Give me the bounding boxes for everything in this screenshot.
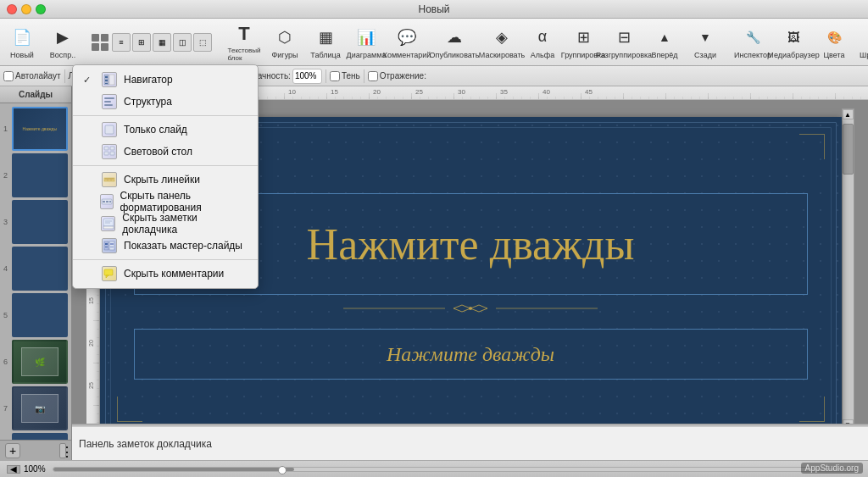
scroll-down-btn[interactable]: ▼ (843, 419, 854, 424)
slides-list[interactable]: 1 Нажмите дважды 2 3 4 (0, 103, 71, 440)
toolbar-new[interactable]: 📄 Новый (3, 21, 41, 64)
toolbar-mask[interactable]: ◈ Маскировать (483, 21, 520, 64)
zoom-slider-thumb[interactable] (278, 466, 287, 474)
toolbar-shapes[interactable]: ⬡ Фигуры (266, 21, 303, 64)
vertical-scrollbar[interactable]: ▲ ▼ (842, 108, 854, 424)
menu-label-hide-comments: Скрыть комментарии (124, 268, 224, 280)
toolbar-diagram[interactable]: 📊 Диаграмма (348, 21, 385, 64)
toolbar-alpha[interactable]: α Альфа (524, 21, 561, 64)
svg-text:40: 40 (542, 88, 550, 96)
slide-item-1[interactable]: 1 Нажмите дважды (3, 107, 68, 151)
svg-text:25: 25 (88, 382, 94, 389)
maximize-button[interactable] (36, 4, 46, 14)
menu-item-structure[interactable]: Структура (73, 91, 258, 113)
menu-item-show-master[interactable]: Показать мастер-слайды (73, 235, 258, 257)
slide-thumb-1[interactable]: Нажмите дважды (12, 107, 68, 151)
slide-item-5[interactable]: 5 (3, 293, 68, 337)
slide-num-5: 5 (3, 311, 10, 319)
view-opt-4[interactable]: ◫ (173, 33, 192, 52)
slide-item-8[interactable]: 8 (3, 433, 68, 440)
toolbar-inspector[interactable]: 🔧 Инспектор (734, 21, 771, 64)
slide-subtitle-box[interactable]: Нажмите дважды (134, 329, 808, 380)
svg-rect-55 (109, 201, 111, 202)
svg-rect-57 (103, 226, 114, 229)
toolbar-fonts[interactable]: A Шрифты (856, 21, 868, 64)
window-controls[interactable] (7, 4, 46, 14)
svg-rect-61 (109, 241, 114, 250)
svg-text:30: 30 (458, 88, 465, 96)
menu-item-hide-format[interactable]: Скрыть панель форматирования (73, 191, 258, 213)
toolbar-media[interactable]: 🖼 Медиабраузер (775, 21, 812, 64)
slide-thumb-2[interactable] (12, 153, 68, 197)
menu-item-slide-only[interactable]: Только слайд (73, 119, 258, 141)
autolayout-check[interactable] (3, 71, 14, 81)
add-slide-btn[interactable]: + (5, 443, 20, 458)
menu-item-hide-comments[interactable]: Скрыть комментарии (73, 263, 258, 285)
scroll-up-btn[interactable]: ▲ (843, 109, 854, 119)
main-toolbar: 📄 Новый ▶ Воспр.. ≡ ⊞ ▦ ◫ ⬚ T Текстовый … (0, 19, 868, 66)
reflection-check[interactable] (368, 71, 378, 81)
svg-rect-38 (104, 97, 114, 99)
menu-icon-show-master (102, 238, 117, 253)
menu-separator-3 (73, 259, 258, 260)
toolbar-comment[interactable]: 💬 Комментарий (388, 21, 426, 64)
svg-marker-29 (453, 305, 470, 312)
toolbar-ungroup[interactable]: ⊟ Разгруппировка (605, 21, 643, 64)
menu-item-navigator[interactable]: ✓ Навигатор (73, 69, 258, 91)
scroll-track[interactable] (843, 119, 854, 419)
toolbar-table[interactable]: ▦ Таблица (307, 21, 344, 64)
slide-thumb-6[interactable]: 🌿 (12, 340, 68, 384)
svg-rect-39 (104, 101, 111, 103)
menu-icon-hide-format (100, 194, 114, 209)
slide-thumb-7[interactable]: 📷 (12, 386, 68, 430)
toolbar-text[interactable]: T Текстовый блок (225, 21, 263, 64)
slide-item-7[interactable]: 7 📷 (3, 386, 68, 430)
toolbar-forward[interactable]: ▲ Вперёд (646, 21, 683, 64)
svg-rect-56 (103, 219, 114, 226)
slide-title: Нажмите дважды (307, 219, 635, 269)
toolbar-colors[interactable]: 🎨 Цвета (815, 21, 853, 64)
slide-thumb-4[interactable] (12, 247, 68, 291)
media-icon: 🖼 (782, 25, 805, 49)
menu-item-lightboard[interactable]: Световой стол (73, 141, 258, 163)
toolbar-publish[interactable]: ☁ Опубликовать (436, 21, 473, 64)
menu-item-hide-notes[interactable]: Скрыть заметки докладчика (73, 213, 258, 235)
ornament-svg (343, 302, 598, 315)
view-opt-5[interactable]: ⬚ (193, 33, 212, 52)
slides-grip[interactable]: ⋮ (59, 443, 66, 458)
view-opt-1[interactable]: ≡ (112, 33, 131, 52)
close-button[interactable] (7, 4, 17, 14)
toolbar-play[interactable]: ▶ Воспр.. (44, 21, 81, 64)
slide-item-2[interactable]: 2 (3, 153, 68, 197)
view-opt-3[interactable]: ▦ (153, 33, 171, 52)
colors-icon: 🎨 (822, 25, 846, 49)
menu-item-hide-rulers[interactable]: Скрыть линейки (73, 169, 258, 191)
slide-thumb-8[interactable] (12, 433, 68, 440)
slide-item-6[interactable]: 6 🌿 (3, 340, 68, 384)
slide-item-3[interactable]: 3 (3, 200, 68, 244)
corner-br (799, 397, 825, 422)
navigator-icon (103, 74, 115, 86)
toolbar-back[interactable]: ▼ Сзади (687, 21, 724, 64)
autolayout-item: Автолайаут (3, 71, 61, 81)
back-icon: ▼ (693, 25, 717, 49)
slide-num-4: 4 (3, 264, 10, 273)
menu-icon-hide-comments (102, 266, 117, 281)
slide-thumb-3[interactable] (12, 200, 68, 244)
view-menu-btn[interactable] (92, 25, 108, 59)
slide-item-4[interactable]: 4 (3, 247, 68, 291)
opacity-input[interactable] (292, 69, 322, 84)
scroll-thumb[interactable] (843, 124, 854, 175)
svg-text:20: 20 (88, 340, 94, 347)
svg-rect-42 (104, 147, 108, 150)
svg-rect-41 (105, 125, 114, 134)
zoom-slider[interactable] (53, 467, 858, 472)
view-opt-2[interactable]: ⊞ (132, 33, 151, 52)
zoom-scroll-left[interactable]: ◀ (7, 465, 20, 474)
menu-label-hide-rulers: Скрыть линейки (124, 174, 200, 186)
title-bar: Новый (0, 0, 868, 19)
menu-icon-lightboard (102, 144, 117, 159)
minimize-button[interactable] (21, 4, 31, 14)
shadow-check[interactable] (330, 71, 340, 81)
slide-thumb-5[interactable] (12, 293, 68, 337)
